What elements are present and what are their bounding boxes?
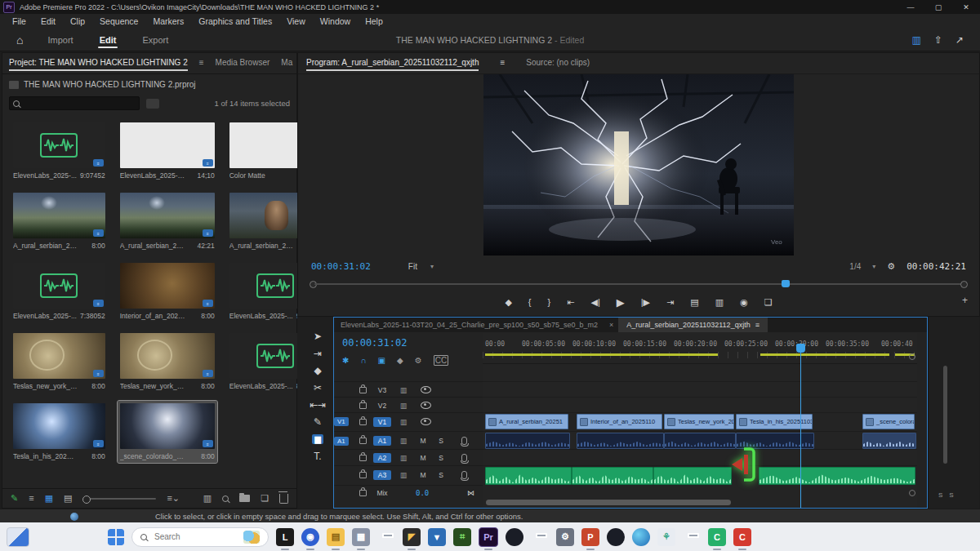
music-audio-clip[interactable] — [653, 467, 732, 485]
share-icon[interactable]: ⇧ — [934, 34, 942, 46]
tab-edit[interactable]: Edit — [87, 29, 130, 51]
lock-icon[interactable] — [359, 419, 367, 425]
clip-thumbnail[interactable]: ≡ — [120, 263, 215, 309]
sync-lock-icon[interactable]: ▥ — [393, 402, 414, 410]
track-header-a1[interactable]: A1 A1 ▥ M S — [334, 431, 483, 450]
track-select-tool-icon[interactable]: ⇥ — [314, 349, 322, 358]
lock-icon[interactable] — [359, 455, 367, 461]
solo-button[interactable]: S — [432, 471, 450, 479]
bin-item[interactable]: ≡ A_rural_serbian_2025... 8:00 — [11, 190, 108, 252]
mark-out-icon[interactable]: } — [548, 297, 551, 307]
add-marker-icon[interactable]: ◆ — [505, 297, 511, 308]
clip-thumbnail[interactable]: ≡ — [13, 193, 105, 238]
chrome-profile-2-icon[interactable] — [531, 528, 549, 546]
fit-clip-icon[interactable]: ⋈ — [467, 489, 474, 497]
clip-thumbnail[interactable]: ≡ — [13, 122, 105, 168]
go-to-out-icon[interactable]: ⇥ — [666, 297, 674, 308]
search-bin-icon[interactable] — [146, 99, 159, 109]
track-header-v2[interactable]: V2 ▥ — [334, 397, 483, 413]
sync-lock-icon[interactable]: ▥ — [393, 418, 414, 426]
timeline-clip[interactable]: Interior_of_an_2025110 — [577, 414, 662, 429]
bin-item[interactable]: ≡ ElevenLabs_2025-11-... 14;10 — [118, 120, 217, 182]
music-audio-clip[interactable] — [759, 467, 915, 485]
new-bin-icon[interactable] — [239, 495, 250, 502]
button-editor-plus-icon[interactable]: + — [962, 295, 968, 306]
track-header-v3[interactable]: V3 ▥ — [334, 381, 483, 398]
audio-clip-selected[interactable] — [862, 433, 916, 449]
tab-import[interactable]: Import — [34, 29, 86, 51]
lift-icon[interactable]: ▤ — [690, 297, 698, 308]
clip-thumbnail[interactable]: ≡ — [13, 403, 105, 449]
source-patch-a1[interactable]: A1 — [334, 437, 349, 446]
export-frame-icon[interactable]: ◉ — [740, 297, 748, 308]
camtasia-icon[interactable]: C — [708, 528, 726, 546]
writable-pencil-icon[interactable]: ✎ — [11, 494, 18, 503]
dark-app-icon[interactable] — [506, 528, 523, 546]
timeline-current-timecode[interactable]: 00:00:31:02 — [342, 337, 407, 349]
fullscreen-icon[interactable]: ↗ — [956, 34, 964, 46]
solo-button[interactable]: S — [432, 454, 450, 462]
bin-item[interactable]: ≡ Interior_of_an_202511... 8:00 — [118, 260, 217, 322]
mute-button[interactable]: M — [414, 454, 432, 462]
selection-tool-icon[interactable]: ➤ — [314, 331, 322, 341]
defender-shield-icon[interactable]: ▼ — [428, 528, 446, 546]
time-ruler[interactable]: 00:00 00:00:05:00 00:00:10:00 00:00:15:0… — [483, 339, 917, 364]
clickup-icon[interactable]: C — [733, 528, 751, 546]
bin-item[interactable]: ≡ _scene_colorado_2025... 8:00 — [118, 401, 217, 463]
mute-button[interactable]: M — [414, 437, 432, 445]
pen-tool-icon[interactable]: ✎ — [314, 417, 322, 427]
track-v2[interactable] — [483, 397, 917, 413]
timeline-vertical-scrollbar[interactable] — [943, 366, 947, 464]
taskbar-search[interactable] — [131, 527, 269, 547]
panel-menu-icon[interactable]: ≡ — [199, 58, 204, 67]
sync-lock-icon[interactable]: ▥ — [393, 454, 414, 462]
voiceover-record-mic-icon[interactable] — [461, 454, 467, 462]
freeform-view-icon[interactable]: ▤ — [64, 494, 72, 503]
search-input[interactable] — [23, 99, 124, 109]
tab-project[interactable]: Project: THE MAN WHO HACKED LIGHTNING 2 — [9, 58, 188, 67]
chrome-icon[interactable] — [377, 528, 395, 546]
premiere-pro-icon[interactable]: Pr — [479, 527, 498, 547]
camera-app-icon[interactable]: ◉ — [301, 528, 319, 546]
new-item-icon[interactable]: ❏ — [261, 494, 269, 503]
menu-edit[interactable]: Edit — [33, 16, 63, 26]
source-patch-v1[interactable]: V1 — [334, 417, 349, 426]
maximize-button[interactable]: ▢ — [924, 1, 952, 14]
ripple-edit-tool-icon[interactable]: ◆ — [314, 366, 321, 375]
menu-window[interactable]: Window — [313, 16, 358, 26]
weather-widget-icon[interactable] — [243, 531, 260, 544]
clip-thumbnail[interactable]: ≡ — [120, 193, 215, 238]
track-a1[interactable] — [483, 431, 917, 450]
work-area-bar[interactable] — [485, 353, 718, 356]
bin-item[interactable]: ≡ ElevenLabs_2025-... 7:38052 — [11, 260, 108, 322]
clip-thumbnail[interactable]: ≡ — [120, 333, 215, 379]
timeline-clip[interactable]: A_rural_serbian_20251 — [485, 414, 568, 429]
edge-icon[interactable] — [632, 528, 650, 546]
tab-program[interactable]: Program: A_rural_serbian_202511032112_qx… — [306, 58, 479, 67]
go-to-in-icon[interactable]: ⇤ — [567, 297, 574, 308]
play-button-icon[interactable]: ▶ — [617, 296, 625, 309]
scrubber-track[interactable] — [314, 283, 963, 285]
program-playhead[interactable] — [782, 280, 790, 287]
sequence-tab-active[interactable]: A_rural_serbian_202511032112_qxjth ≡ — [618, 318, 768, 332]
comparison-view-icon[interactable]: ❏ — [764, 297, 773, 308]
audio-clip[interactable] — [577, 433, 664, 449]
music-audio-clip[interactable] — [485, 467, 572, 485]
track-header-a3[interactable]: A3 ▥ M S — [334, 465, 483, 484]
minimize-button[interactable]: — — [897, 1, 924, 14]
menu-sequence[interactable]: Sequence — [92, 16, 145, 26]
voiceover-record-mic-icon[interactable] — [461, 437, 467, 445]
bin-item[interactable]: ≡ Teslas_new_york_202... 8:00 — [118, 331, 217, 393]
toggle-track-output-eye-icon[interactable] — [421, 386, 431, 393]
mark-in-icon[interactable]: { — [528, 297, 532, 307]
tab-source[interactable]: Source: (no clips) — [526, 58, 590, 67]
work-area-bar[interactable] — [760, 353, 889, 356]
menu-file[interactable]: File — [5, 16, 33, 26]
menu-clip[interactable]: Clip — [63, 16, 92, 26]
chrome-profile-3-icon[interactable] — [683, 528, 701, 546]
delete-icon[interactable] — [279, 494, 288, 504]
program-video-preview[interactable]: Veo — [483, 74, 794, 256]
track-v3[interactable] — [483, 381, 917, 398]
linked-selection-icon[interactable]: ▣ — [378, 356, 385, 365]
lock-icon[interactable] — [359, 387, 367, 393]
